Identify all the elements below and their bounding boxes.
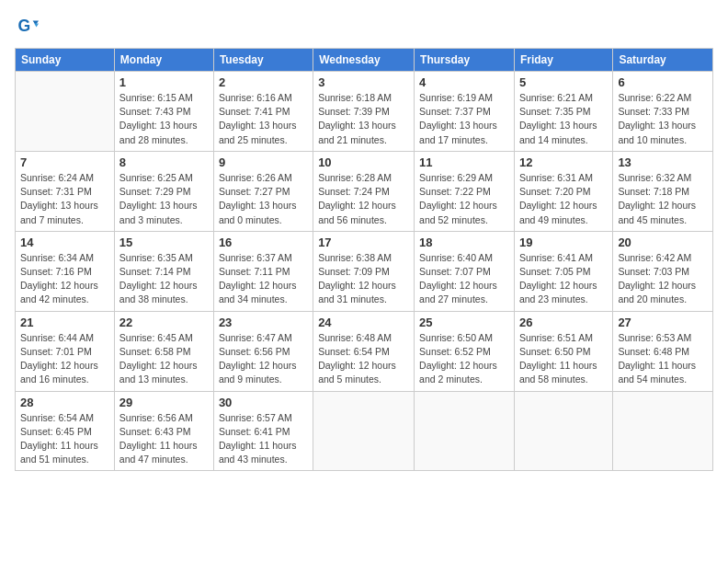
day-number: 19 — [519, 236, 608, 249]
day-info: Sunrise: 6:22 AMSunset: 7:33 PMDaylight:… — [618, 91, 708, 147]
calendar-week-row: 21Sunrise: 6:44 AMSunset: 7:01 PMDayligh… — [16, 311, 713, 391]
day-number: 6 — [618, 75, 708, 89]
day-info: Sunrise: 6:45 AMSunset: 6:58 PMDaylight:… — [119, 331, 209, 387]
calendar-cell: 25Sunrise: 6:50 AMSunset: 6:52 PMDayligh… — [415, 311, 515, 391]
header: G — [15, 15, 713, 37]
day-info: Sunrise: 6:19 AMSunset: 7:37 PMDaylight:… — [419, 91, 509, 147]
calendar-cell: 2Sunrise: 6:16 AMSunset: 7:41 PMDaylight… — [213, 72, 313, 152]
day-info: Sunrise: 6:51 AMSunset: 6:50 PMDaylight:… — [519, 331, 608, 387]
day-number: 14 — [20, 236, 109, 249]
day-info: Sunrise: 6:29 AMSunset: 7:22 PMDaylight:… — [419, 171, 509, 227]
page: G SundayMondayTuesdayWednesdayThursdayFr… — [0, 0, 728, 563]
calendar-cell — [613, 391, 713, 471]
day-info: Sunrise: 6:37 AMSunset: 7:11 PMDaylight:… — [219, 251, 308, 307]
day-number: 24 — [318, 316, 409, 329]
svg-marker-2 — [34, 24, 39, 28]
calendar-cell: 29Sunrise: 6:56 AMSunset: 6:43 PMDayligh… — [114, 391, 213, 471]
day-number: 28 — [20, 396, 109, 409]
calendar-week-row: 1Sunrise: 6:15 AMSunset: 7:43 PMDaylight… — [16, 72, 713, 152]
day-info: Sunrise: 6:35 AMSunset: 7:14 PMDaylight:… — [119, 251, 209, 307]
day-info: Sunrise: 6:53 AMSunset: 6:48 PMDaylight:… — [618, 331, 708, 387]
calendar-cell: 6Sunrise: 6:22 AMSunset: 7:33 PMDaylight… — [613, 72, 713, 152]
day-number: 26 — [519, 316, 608, 329]
day-info: Sunrise: 6:44 AMSunset: 7:01 PMDaylight:… — [20, 331, 109, 387]
calendar-cell: 9Sunrise: 6:26 AMSunset: 7:27 PMDaylight… — [213, 151, 313, 231]
day-number: 8 — [119, 155, 209, 169]
day-number: 13 — [618, 155, 708, 169]
day-number: 25 — [419, 316, 509, 329]
day-number: 23 — [219, 316, 308, 329]
day-number: 15 — [119, 236, 209, 249]
svg-text:G: G — [18, 17, 31, 35]
day-info: Sunrise: 6:31 AMSunset: 7:20 PMDaylight:… — [519, 171, 608, 227]
day-number: 7 — [20, 155, 109, 169]
calendar-cell: 8Sunrise: 6:25 AMSunset: 7:29 PMDaylight… — [114, 151, 213, 231]
day-number: 12 — [519, 155, 608, 169]
day-number: 5 — [519, 75, 608, 89]
day-info: Sunrise: 6:25 AMSunset: 7:29 PMDaylight:… — [119, 171, 209, 227]
day-info: Sunrise: 6:15 AMSunset: 7:43 PMDaylight:… — [119, 91, 209, 147]
day-info: Sunrise: 6:47 AMSunset: 6:56 PMDaylight:… — [219, 331, 308, 387]
calendar-cell: 7Sunrise: 6:24 AMSunset: 7:31 PMDaylight… — [16, 151, 115, 231]
day-number: 16 — [219, 236, 308, 249]
day-info: Sunrise: 6:42 AMSunset: 7:03 PMDaylight:… — [618, 251, 708, 307]
day-info: Sunrise: 6:40 AMSunset: 7:07 PMDaylight:… — [419, 251, 509, 307]
day-info: Sunrise: 6:56 AMSunset: 6:43 PMDaylight:… — [119, 411, 209, 467]
day-info: Sunrise: 6:57 AMSunset: 6:41 PMDaylight:… — [219, 411, 308, 467]
day-number: 1 — [119, 75, 209, 89]
calendar-cell: 21Sunrise: 6:44 AMSunset: 7:01 PMDayligh… — [16, 311, 115, 391]
day-number: 2 — [219, 75, 308, 89]
calendar-cell: 22Sunrise: 6:45 AMSunset: 6:58 PMDayligh… — [114, 311, 213, 391]
calendar-cell: 27Sunrise: 6:53 AMSunset: 6:48 PMDayligh… — [613, 311, 713, 391]
calendar-cell: 5Sunrise: 6:21 AMSunset: 7:35 PMDaylight… — [514, 72, 612, 152]
weekday-header: Thursday — [415, 49, 515, 72]
calendar-cell: 28Sunrise: 6:54 AMSunset: 6:45 PMDayligh… — [16, 391, 115, 471]
calendar-week-row: 7Sunrise: 6:24 AMSunset: 7:31 PMDaylight… — [16, 151, 713, 231]
calendar-cell: 18Sunrise: 6:40 AMSunset: 7:07 PMDayligh… — [415, 231, 515, 311]
calendar-cell: 3Sunrise: 6:18 AMSunset: 7:39 PMDaylight… — [313, 72, 415, 152]
day-number: 30 — [219, 396, 308, 409]
day-info: Sunrise: 6:24 AMSunset: 7:31 PMDaylight:… — [20, 171, 109, 227]
calendar-cell: 12Sunrise: 6:31 AMSunset: 7:20 PMDayligh… — [514, 151, 612, 231]
weekday-header: Saturday — [613, 49, 713, 72]
calendar-week-row: 14Sunrise: 6:34 AMSunset: 7:16 PMDayligh… — [16, 231, 713, 311]
calendar-cell: 1Sunrise: 6:15 AMSunset: 7:43 PMDaylight… — [114, 72, 213, 152]
day-number: 18 — [419, 236, 509, 249]
day-number: 29 — [119, 396, 209, 409]
day-number: 4 — [419, 75, 509, 89]
day-info: Sunrise: 6:26 AMSunset: 7:27 PMDaylight:… — [219, 171, 308, 227]
day-number: 3 — [318, 75, 409, 89]
calendar-cell — [313, 391, 415, 471]
calendar-cell: 16Sunrise: 6:37 AMSunset: 7:11 PMDayligh… — [213, 231, 313, 311]
weekday-header: Monday — [114, 49, 213, 72]
day-number: 17 — [318, 236, 409, 249]
calendar-cell — [514, 391, 612, 471]
day-number: 11 — [419, 155, 509, 169]
calendar-cell: 4Sunrise: 6:19 AMSunset: 7:37 PMDaylight… — [415, 72, 515, 152]
day-info: Sunrise: 6:16 AMSunset: 7:41 PMDaylight:… — [219, 91, 308, 147]
day-number: 20 — [618, 236, 708, 249]
logo-icon: G — [17, 15, 39, 37]
day-info: Sunrise: 6:48 AMSunset: 6:54 PMDaylight:… — [318, 331, 409, 387]
day-info: Sunrise: 6:50 AMSunset: 6:52 PMDaylight:… — [419, 331, 509, 387]
calendar-cell: 10Sunrise: 6:28 AMSunset: 7:24 PMDayligh… — [313, 151, 415, 231]
calendar-cell: 26Sunrise: 6:51 AMSunset: 6:50 PMDayligh… — [514, 311, 612, 391]
day-number: 21 — [20, 316, 109, 329]
calendar-cell: 15Sunrise: 6:35 AMSunset: 7:14 PMDayligh… — [114, 231, 213, 311]
calendar-cell: 20Sunrise: 6:42 AMSunset: 7:03 PMDayligh… — [613, 231, 713, 311]
day-info: Sunrise: 6:21 AMSunset: 7:35 PMDaylight:… — [519, 91, 608, 147]
day-number: 9 — [219, 155, 308, 169]
weekday-header: Sunday — [16, 49, 115, 72]
calendar-table: SundayMondayTuesdayWednesdayThursdayFrid… — [15, 48, 713, 471]
day-info: Sunrise: 6:38 AMSunset: 7:09 PMDaylight:… — [318, 251, 409, 307]
calendar-cell: 24Sunrise: 6:48 AMSunset: 6:54 PMDayligh… — [313, 311, 415, 391]
calendar-cell: 14Sunrise: 6:34 AMSunset: 7:16 PMDayligh… — [16, 231, 115, 311]
day-info: Sunrise: 6:28 AMSunset: 7:24 PMDaylight:… — [318, 171, 409, 227]
day-info: Sunrise: 6:32 AMSunset: 7:18 PMDaylight:… — [618, 171, 708, 227]
day-number: 22 — [119, 316, 209, 329]
day-number: 27 — [618, 316, 708, 329]
calendar-cell: 23Sunrise: 6:47 AMSunset: 6:56 PMDayligh… — [213, 311, 313, 391]
calendar-cell: 30Sunrise: 6:57 AMSunset: 6:41 PMDayligh… — [213, 391, 313, 471]
weekday-header: Wednesday — [313, 49, 415, 72]
calendar-cell — [415, 391, 515, 471]
